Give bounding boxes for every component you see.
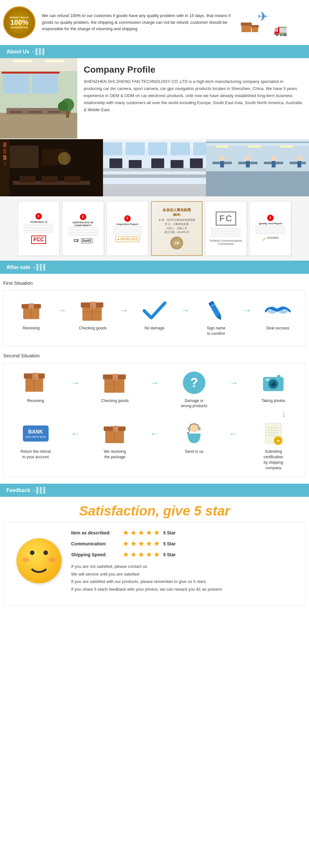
rating-row-shipping: Shipping Speed: ★ ★ ★ ★ ★ 5 Star — [71, 551, 296, 559]
svg-rect-39 — [109, 158, 122, 168]
star-c3: ★ — [138, 539, 144, 548]
flow-label-receiving-2: Receiving — [27, 398, 44, 404]
about-us-stripes-icon: ▌▌▌ — [35, 48, 46, 55]
rating-label-item: Item as described: — [71, 530, 123, 535]
flow-item-nodamage: No damage — [138, 297, 171, 331]
money-back-text: We can refund 100% to our customes if go… — [35, 12, 238, 32]
flow-label-certification: Submiting certificationby shipping compa… — [257, 449, 289, 470]
flow-label-sendtous: Send to us — [185, 449, 203, 455]
photo-bright-office — [103, 139, 206, 196]
svg-rect-12 — [32, 74, 58, 94]
desc-line-2: We will service until you are satisfied — [71, 572, 139, 577]
svg-rect-27 — [3, 149, 6, 154]
flow-arrow-s2-2: → — [150, 370, 159, 388]
stars-shipping: ★ ★ ★ ★ ★ — [123, 551, 160, 559]
flow-item-signname: Sign nameto comfirm — [200, 297, 232, 337]
stars-communication: ★ ★ ★ ★ ★ — [123, 539, 160, 548]
star-s4: ★ — [146, 551, 152, 559]
question-circle: ? — [183, 372, 205, 394]
star-s1: ★ — [123, 551, 129, 559]
photo-dark-office — [0, 139, 103, 196]
flow-arrow-1: → — [58, 297, 67, 316]
box-icon-s2-receiving — [23, 370, 49, 396]
smiley-blush-right — [49, 558, 56, 562]
svg-rect-7 — [0, 58, 77, 71]
svg-rect-26 — [3, 142, 6, 147]
svg-rect-105 — [188, 427, 190, 430]
after-sale-arrow-icon: › — [33, 265, 35, 270]
svg-text:★: ★ — [277, 439, 280, 443]
flow-item-receiving-2: Receiving — [20, 370, 52, 404]
second-situation-title: Second Situation — [3, 353, 306, 358]
svg-text:🚛: 🚛 — [274, 23, 288, 37]
rating-content: Item as described: ★ ★ ★ ★ ★ 5 Star Comm… — [65, 529, 296, 593]
star-4: ★ — [146, 529, 152, 537]
cert-business-license: 企业法人营业执照(副本) 名 称：深圳市正帆科技发展有限 登 记：正帆科技发展 … — [151, 201, 202, 256]
svg-rect-17 — [66, 111, 69, 118]
cert-doc-icon: ★ — [260, 421, 286, 446]
svg-rect-52 — [206, 142, 309, 143]
cert-inspection2: F Quality Test Report ✓ PASSED — [249, 201, 291, 256]
smiley-face — [13, 535, 65, 587]
svg-rect-37 — [103, 168, 206, 171]
svg-point-97 — [271, 382, 273, 383]
svg-rect-34 — [64, 176, 81, 183]
svg-rect-47 — [171, 142, 190, 155]
svg-rect-42 — [171, 160, 184, 168]
svg-point-16 — [58, 101, 67, 111]
svg-rect-44 — [103, 142, 122, 155]
smiley-circle — [17, 538, 61, 583]
flow-item-dealsuccess: Deal success — [262, 297, 294, 331]
after-sale-header[interactable]: After-sale › ▌▌▌ — [0, 260, 309, 274]
svg-rect-11 — [3, 74, 29, 94]
svg-rect-21 — [2, 72, 60, 73]
cert-fcc: FC Federal CommunicationsCommission — [205, 201, 247, 256]
svg-rect-68 — [280, 146, 293, 148]
first-situation-flow: Receiving → Checking goods → — [10, 297, 299, 337]
second-situation-flow-top: Receiving → Checking goods → — [10, 370, 299, 409]
smiley-smile — [28, 562, 50, 573]
svg-rect-46 — [148, 142, 167, 155]
after-sale-stripes-icon: ▌▌▌ — [36, 264, 47, 271]
star-s2: ★ — [130, 551, 137, 559]
rating-row-item: Item as described: ★ ★ ★ ★ ★ 5 Star — [71, 529, 296, 537]
svg-text:✈: ✈ — [257, 9, 269, 24]
flow-item-damage: ? Damage orwrong products — [178, 370, 210, 409]
rating-label-communication: Communication: — [71, 541, 123, 546]
svg-rect-99 — [265, 378, 270, 381]
flow-arrow-s2-1: → — [71, 370, 80, 388]
desc-line-1: If you are not satisfied, please contact… — [71, 564, 148, 569]
flow-label-wereceiving: We receivingthe package — [104, 449, 126, 460]
svg-rect-23 — [6, 146, 38, 168]
pen-icon — [203, 297, 229, 323]
flow-item-receiving-1: Receiving — [15, 297, 47, 331]
svg-rect-48 — [193, 142, 206, 155]
flow-item-certification: ★ Submiting certificationby shipping com… — [257, 421, 289, 470]
svg-rect-98 — [277, 375, 280, 378]
company-office-photo: 深圳市正帆科技发展有限公司Shenzhen Zheng Fan Technolo… — [0, 58, 77, 138]
star-2: ★ — [130, 529, 137, 537]
about-us-header[interactable]: About Us › ▌▌▌ — [0, 45, 309, 58]
flow-item-sendtous: Send to us — [178, 421, 210, 455]
checkmark-icon — [142, 297, 167, 323]
rating-label-shipping: Shipping Speed: — [71, 552, 123, 557]
svg-rect-63 — [272, 161, 276, 167]
svg-point-62 — [271, 156, 276, 161]
svg-rect-29 — [3, 162, 6, 165]
box-icon-small — [18, 297, 44, 323]
flow-item-takingphotos: Taking photos — [257, 370, 289, 404]
svg-rect-28 — [3, 155, 6, 160]
bank-card-icon: BANK 1234 5678 9123 — [23, 421, 49, 446]
after-sale-label: After-sale — [6, 265, 30, 270]
flow-item-wereceiving: We receivingthe package — [99, 421, 131, 460]
rating-section: Item as described: ★ ★ ★ ★ ★ 5 Star Comm… — [7, 525, 302, 602]
feedback-header[interactable]: Feedback › ▌▌▌ — [0, 484, 309, 497]
feedback-section: Satisfaction, give 5 star Item as descri… — [0, 497, 309, 606]
smiley-eye-left — [30, 551, 34, 555]
smiley-blush-left — [22, 558, 29, 562]
svg-point-30 — [58, 152, 71, 165]
svg-rect-8 — [13, 60, 32, 62]
svg-rect-49 — [103, 184, 206, 196]
svg-rect-61 — [246, 161, 250, 167]
svg-rect-40 — [129, 160, 142, 168]
